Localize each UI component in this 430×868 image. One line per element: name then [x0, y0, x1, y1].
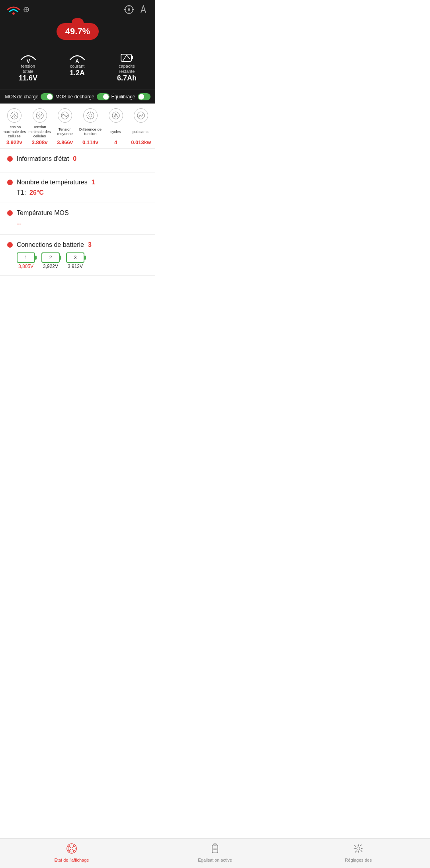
cell-metric-5: puissance 0.013kw	[128, 108, 154, 145]
battery-cell-number-2: 2	[49, 255, 52, 260]
section-etat-header: Informations d'état 0	[7, 155, 148, 162]
battery-percent-value: 49.7%	[65, 26, 90, 36]
wifi-icon	[6, 4, 29, 15]
section-etat-count: 0	[73, 155, 76, 162]
tension-value: 11.6V	[19, 74, 37, 82]
svg-line-15	[123, 55, 127, 61]
battery-cell-value-3: 3,912V	[68, 264, 83, 269]
mos-equilibrage-toggle[interactable]	[138, 93, 150, 100]
top-icons-row	[0, 4, 155, 15]
section-temp-mos: Température MOS --	[0, 203, 155, 235]
temp-t1-value: 26°C	[29, 189, 44, 196]
svg-point-5	[128, 8, 130, 11]
cell-metric-label-5: puissance	[133, 124, 150, 139]
battery-percent-badge: 49.7%	[57, 18, 99, 45]
cell-metric-2: Tension moyenne 3.866v	[52, 108, 78, 145]
cell-metric-icon-4	[109, 108, 123, 123]
battery-cell-icon-3: 3	[66, 252, 84, 263]
svg-text:V: V	[26, 58, 30, 64]
battery-cell-3: 3 3,912V	[66, 252, 84, 269]
cell-metric-value-5: 0.013kw	[131, 139, 151, 145]
cell-metric-value-2: 3.866v	[57, 139, 73, 145]
svg-rect-14	[131, 56, 133, 59]
stat-courant: A courant 1.2A	[68, 51, 86, 77]
svg-line-16	[127, 55, 130, 59]
red-dot-connections	[7, 242, 13, 248]
section-temperatures-header: Nombre de températures 1	[7, 179, 148, 186]
battery-cell-value-1: 3,805V	[18, 264, 33, 269]
section-connections-title: Connections de batterie	[17, 241, 84, 248]
battery-cell-icon-1: 1	[17, 252, 35, 263]
cell-metric-icon-2	[58, 108, 72, 123]
battery-cell-1: 1 3,805V	[17, 252, 35, 269]
cell-metric-value-0: 3.922v	[6, 139, 22, 145]
right-icons	[123, 4, 149, 15]
section-connections-header: Connections de batterie 3	[7, 241, 148, 248]
mos-row: MOS de charge MOS de décharge Équilibrag…	[0, 90, 155, 104]
svg-text:A: A	[75, 58, 79, 64]
cell-metric-4: cycles 4	[103, 108, 129, 145]
cell-metric-icon-0	[7, 108, 22, 123]
red-dot-temperatures	[7, 180, 13, 185]
battery-cell-icon-2: 2	[41, 252, 60, 263]
cell-metric-label-4: cycles	[110, 124, 121, 139]
battery-cell-2: 2 3,922V	[41, 252, 60, 269]
mos-decharge: MOS de décharge	[55, 93, 109, 100]
mos-equilibrage: Équilibrage	[111, 93, 150, 100]
cell-metric-icon-1	[33, 108, 47, 123]
section-etat-title: Informations d'état	[17, 155, 69, 162]
section-temperatures: Nombre de températures 1 T1: 26°C	[0, 172, 155, 203]
mos-decharge-label: MOS de décharge	[55, 94, 94, 100]
cell-metric-icon-5	[134, 108, 148, 123]
svg-point-0	[12, 12, 15, 15]
mos-charge-toggle[interactable]	[41, 93, 53, 100]
section-temperatures-count: 1	[92, 179, 95, 186]
red-dot-etat	[7, 156, 13, 162]
cell-metric-1: Tension minimale des cellules 3.808v	[27, 108, 53, 145]
cell-metric-value-4: 4	[114, 139, 117, 145]
cell-metric-label-1: Tension minimale des cellules	[27, 124, 53, 139]
section-etat: Informations d'état 0	[0, 149, 155, 172]
cell-metric-3: Différence de tension 0.114v	[78, 108, 103, 145]
courant-value: 1.2A	[70, 69, 85, 77]
battery-cell-number-3: 3	[74, 255, 77, 260]
cell-metric-value-3: 0.114v	[82, 139, 98, 145]
battery-cell-value-2: 3,922V	[43, 264, 58, 269]
stats-row: V tensiontotale 11.6V A courant 1.2A	[0, 51, 155, 82]
red-dot-temp-mos	[7, 210, 13, 216]
section-temperatures-sub: T1: 26°C	[7, 189, 148, 196]
cell-metrics-row: Tension maximale des cellules 3.922v Ten…	[0, 104, 155, 149]
mos-charge-label: MOS de charge	[5, 94, 38, 100]
mos-charge: MOS de charge	[5, 93, 53, 100]
top-header: 49.7% V tensiontotale 11.6V A courant	[0, 0, 155, 90]
battery-cell-number-1: 1	[25, 255, 27, 260]
stat-tension: V tensiontotale 11.6V	[19, 51, 37, 82]
cell-metric-0: Tension maximale des cellules 3.922v	[2, 108, 27, 145]
section-temperatures-title: Nombre de températures	[17, 179, 88, 186]
mos-equilibrage-label: Équilibrage	[111, 94, 135, 100]
battery-cells-row: 1 3,805V 2 3,922V 3 3,912V	[7, 252, 148, 269]
svg-point-23	[89, 114, 92, 117]
mos-decharge-toggle[interactable]	[97, 93, 109, 100]
cell-metric-value-1: 3.808v	[32, 139, 48, 145]
cell-metric-label-2: Tension moyenne	[52, 124, 78, 139]
cell-metric-icon-3	[83, 108, 98, 123]
section-temp-mos-header: Température MOS	[7, 209, 148, 217]
section-connections-count: 3	[88, 241, 92, 248]
stat-capacite: capacitérestante 6.7Ah	[117, 51, 137, 82]
cell-metric-label-0: Tension maximale des cellules	[2, 124, 27, 139]
section-temp-mos-title: Température MOS	[17, 209, 69, 217]
cell-metric-label-3: Différence de tension	[78, 124, 103, 139]
section-temp-mos-sub: --	[7, 220, 148, 228]
section-connections: Connections de batterie 3 1 3,805V 2 3,9…	[0, 235, 155, 276]
capacite-value: 6.7Ah	[117, 74, 137, 82]
